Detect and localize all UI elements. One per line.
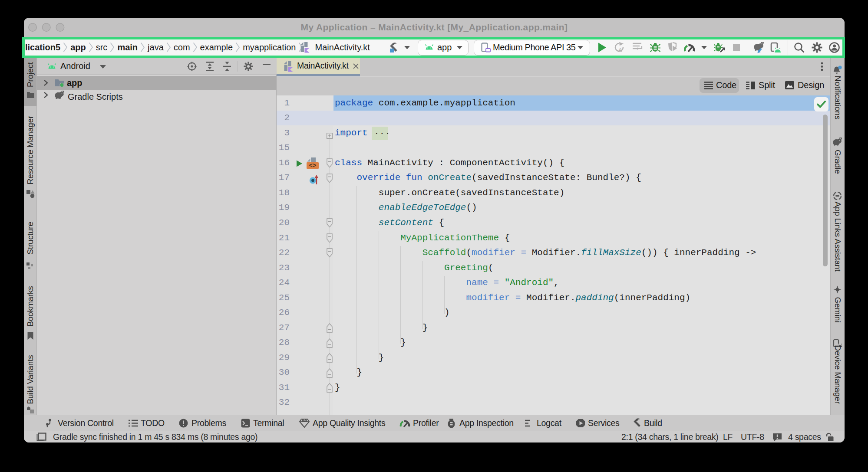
svg-text:<>: <> [309, 162, 317, 169]
